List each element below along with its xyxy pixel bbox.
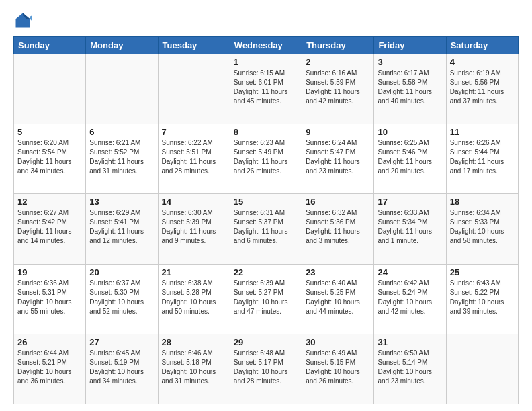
cell-date-11: 11 — [450, 127, 515, 137]
cell-date-18: 18 — [450, 197, 515, 207]
cell-info-3: Sunrise: 6:17 AMSunset: 5:58 PMDaylight:… — [378, 68, 442, 106]
svg-marker-2 — [30, 15, 33, 21]
cell-info-10: Sunrise: 6:25 AMSunset: 5:46 PMDaylight:… — [378, 138, 442, 176]
calendar-cell-3-1: 20Sunrise: 6:37 AMSunset: 5:30 PMDayligh… — [86, 264, 158, 334]
cell-info-15: Sunrise: 6:31 AMSunset: 5:37 PMDaylight:… — [234, 208, 298, 246]
cell-date-14: 14 — [162, 197, 226, 207]
calendar-cell-1-2: 7Sunrise: 6:22 AMSunset: 5:51 PMDaylight… — [158, 124, 230, 194]
calendar-cell-2-6: 18Sunrise: 6:34 AMSunset: 5:33 PMDayligh… — [446, 194, 518, 264]
cell-info-27: Sunrise: 6:45 AMSunset: 5:19 PMDaylight:… — [89, 349, 154, 386]
cell-date-26: 26 — [17, 337, 82, 347]
calendar-table: SundayMondayTuesdayWednesdayThursdayFrid… — [13, 36, 519, 404]
cell-date-9: 9 — [306, 127, 370, 137]
calendar-week-3: 19Sunrise: 6:36 AMSunset: 5:31 PMDayligh… — [14, 264, 519, 334]
cell-info-8: Sunrise: 6:23 AMSunset: 5:49 PMDaylight:… — [234, 138, 298, 176]
calendar-cell-1-5: 10Sunrise: 6:25 AMSunset: 5:46 PMDayligh… — [374, 124, 446, 194]
day-header-tuesday: Tuesday — [158, 37, 230, 54]
cell-info-4: Sunrise: 6:19 AMSunset: 5:56 PMDaylight:… — [450, 68, 515, 106]
cell-info-14: Sunrise: 6:30 AMSunset: 5:39 PMDaylight:… — [162, 208, 226, 246]
cell-info-5: Sunrise: 6:20 AMSunset: 5:54 PMDaylight:… — [17, 138, 82, 176]
calendar-cell-3-0: 19Sunrise: 6:36 AMSunset: 5:31 PMDayligh… — [14, 264, 86, 334]
header — [13, 11, 519, 30]
cell-info-16: Sunrise: 6:32 AMSunset: 5:36 PMDaylight:… — [306, 208, 370, 246]
calendar-week-0: 1Sunrise: 6:15 AMSunset: 6:01 PMDaylight… — [14, 54, 519, 124]
cell-date-20: 20 — [89, 267, 154, 277]
cell-info-28: Sunrise: 6:46 AMSunset: 5:18 PMDaylight:… — [162, 349, 226, 386]
calendar-cell-3-4: 23Sunrise: 6:40 AMSunset: 5:25 PMDayligh… — [302, 264, 374, 334]
calendar-week-1: 5Sunrise: 6:20 AMSunset: 5:54 PMDaylight… — [14, 124, 519, 194]
logo-icon — [13, 11, 32, 30]
cell-date-30: 30 — [306, 337, 370, 347]
cell-info-12: Sunrise: 6:27 AMSunset: 5:42 PMDaylight:… — [17, 208, 82, 246]
calendar-cell-3-6: 25Sunrise: 6:43 AMSunset: 5:22 PMDayligh… — [446, 264, 518, 334]
cell-date-4: 4 — [450, 57, 515, 67]
cell-date-24: 24 — [378, 267, 442, 277]
cell-info-18: Sunrise: 6:34 AMSunset: 5:33 PMDaylight:… — [450, 208, 515, 246]
cell-info-25: Sunrise: 6:43 AMSunset: 5:22 PMDaylight:… — [450, 279, 515, 316]
calendar-cell-1-3: 8Sunrise: 6:23 AMSunset: 5:49 PMDaylight… — [230, 124, 302, 194]
calendar-cell-0-2 — [158, 54, 230, 124]
calendar-cell-4-5: 31Sunrise: 6:50 AMSunset: 5:14 PMDayligh… — [374, 334, 446, 404]
calendar-cell-1-1: 6Sunrise: 6:21 AMSunset: 5:52 PMDaylight… — [86, 124, 158, 194]
cell-info-1: Sunrise: 6:15 AMSunset: 6:01 PMDaylight:… — [234, 68, 298, 106]
cell-date-23: 23 — [306, 267, 370, 277]
calendar-cell-4-2: 28Sunrise: 6:46 AMSunset: 5:18 PMDayligh… — [158, 334, 230, 404]
calendar-week-4: 26Sunrise: 6:44 AMSunset: 5:21 PMDayligh… — [14, 334, 519, 404]
calendar-cell-0-5: 3Sunrise: 6:17 AMSunset: 5:58 PMDaylight… — [374, 54, 446, 124]
cell-info-7: Sunrise: 6:22 AMSunset: 5:51 PMDaylight:… — [162, 138, 226, 176]
calendar-week-2: 12Sunrise: 6:27 AMSunset: 5:42 PMDayligh… — [14, 194, 519, 264]
cell-date-31: 31 — [378, 337, 442, 347]
calendar-cell-1-6: 11Sunrise: 6:26 AMSunset: 5:44 PMDayligh… — [446, 124, 518, 194]
logo — [13, 11, 35, 30]
calendar-cell-1-4: 9Sunrise: 6:24 AMSunset: 5:47 PMDaylight… — [302, 124, 374, 194]
cell-date-25: 25 — [450, 267, 515, 277]
cell-info-30: Sunrise: 6:49 AMSunset: 5:15 PMDaylight:… — [306, 349, 370, 386]
cell-date-8: 8 — [234, 127, 298, 137]
cell-date-21: 21 — [162, 267, 226, 277]
cell-date-19: 19 — [17, 267, 82, 277]
cell-info-9: Sunrise: 6:24 AMSunset: 5:47 PMDaylight:… — [306, 138, 370, 176]
day-header-thursday: Thursday — [302, 37, 374, 54]
calendar-cell-3-3: 22Sunrise: 6:39 AMSunset: 5:27 PMDayligh… — [230, 264, 302, 334]
cell-info-11: Sunrise: 6:26 AMSunset: 5:44 PMDaylight:… — [450, 138, 515, 176]
cell-info-20: Sunrise: 6:37 AMSunset: 5:30 PMDaylight:… — [89, 279, 154, 316]
cell-date-27: 27 — [89, 337, 154, 347]
calendar-cell-3-2: 21Sunrise: 6:38 AMSunset: 5:28 PMDayligh… — [158, 264, 230, 334]
calendar-cell-4-6 — [446, 334, 518, 404]
cell-info-23: Sunrise: 6:40 AMSunset: 5:25 PMDaylight:… — [306, 279, 370, 316]
cell-info-29: Sunrise: 6:48 AMSunset: 5:17 PMDaylight:… — [234, 349, 298, 386]
cell-info-21: Sunrise: 6:38 AMSunset: 5:28 PMDaylight:… — [162, 279, 226, 316]
day-header-saturday: Saturday — [446, 37, 518, 54]
cell-date-22: 22 — [234, 267, 298, 277]
day-header-sunday: Sunday — [14, 37, 86, 54]
calendar-cell-2-2: 14Sunrise: 6:30 AMSunset: 5:39 PMDayligh… — [158, 194, 230, 264]
cell-date-29: 29 — [234, 337, 298, 347]
cell-date-3: 3 — [378, 57, 442, 67]
calendar-cell-0-6: 4Sunrise: 6:19 AMSunset: 5:56 PMDaylight… — [446, 54, 518, 124]
cell-date-1: 1 — [234, 57, 298, 67]
cell-date-6: 6 — [89, 127, 154, 137]
day-header-monday: Monday — [86, 37, 158, 54]
calendar-cell-0-3: 1Sunrise: 6:15 AMSunset: 6:01 PMDaylight… — [230, 54, 302, 124]
cell-info-31: Sunrise: 6:50 AMSunset: 5:14 PMDaylight:… — [378, 349, 442, 386]
cell-date-15: 15 — [234, 197, 298, 207]
cell-info-2: Sunrise: 6:16 AMSunset: 5:59 PMDaylight:… — [306, 68, 370, 106]
cell-info-22: Sunrise: 6:39 AMSunset: 5:27 PMDaylight:… — [234, 279, 298, 316]
cell-info-26: Sunrise: 6:44 AMSunset: 5:21 PMDaylight:… — [17, 349, 82, 386]
calendar-cell-4-1: 27Sunrise: 6:45 AMSunset: 5:19 PMDayligh… — [86, 334, 158, 404]
cell-date-13: 13 — [89, 197, 154, 207]
cell-date-10: 10 — [378, 127, 442, 137]
cell-date-2: 2 — [306, 57, 370, 67]
calendar-cell-4-0: 26Sunrise: 6:44 AMSunset: 5:21 PMDayligh… — [14, 334, 86, 404]
cell-date-16: 16 — [306, 197, 370, 207]
cell-info-24: Sunrise: 6:42 AMSunset: 5:24 PMDaylight:… — [378, 279, 442, 316]
cell-date-5: 5 — [17, 127, 82, 137]
calendar-cell-4-3: 29Sunrise: 6:48 AMSunset: 5:17 PMDayligh… — [230, 334, 302, 404]
calendar-cell-2-5: 17Sunrise: 6:33 AMSunset: 5:34 PMDayligh… — [374, 194, 446, 264]
cell-info-13: Sunrise: 6:29 AMSunset: 5:41 PMDaylight:… — [89, 208, 154, 246]
cell-date-28: 28 — [162, 337, 226, 347]
calendar-cell-2-1: 13Sunrise: 6:29 AMSunset: 5:41 PMDayligh… — [86, 194, 158, 264]
calendar-cell-0-1 — [86, 54, 158, 124]
day-header-friday: Friday — [374, 37, 446, 54]
calendar-cell-0-0 — [14, 54, 86, 124]
